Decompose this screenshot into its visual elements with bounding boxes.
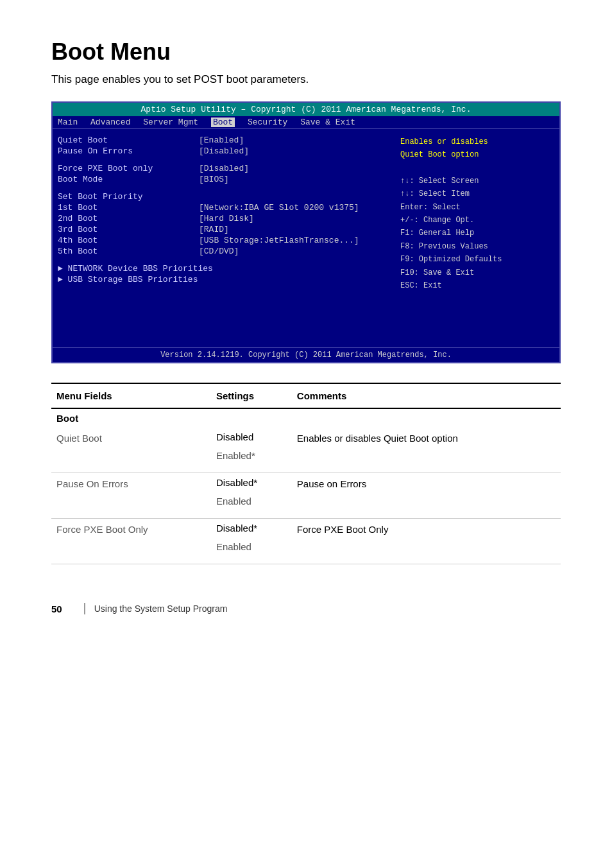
bios-label-quiet-boot: Quiet Boot bbox=[58, 135, 199, 145]
divider-after-force-pxe bbox=[51, 556, 561, 564]
footer-text: Using the System Setup Program bbox=[94, 603, 228, 614]
field-quiet-boot-label: Quiet Boot bbox=[51, 428, 211, 465]
setting-pause-errors-disabled: Disabled* bbox=[211, 473, 292, 492]
bios-key-select-screen: ↑↓: Select Screen bbox=[400, 175, 554, 187]
bios-label-set-boot: Set Boot Priority bbox=[58, 192, 199, 202]
bios-row-1st-boot: 1st Boot [Network:IBA GE Slot 0200 v1375… bbox=[58, 203, 400, 213]
col-header-menu-fields: Menu Fields bbox=[51, 383, 211, 408]
comment-pause-errors: Pause on Errors bbox=[292, 473, 561, 511]
bios-row-2nd-boot: 2nd Boot [Hard Disk] bbox=[58, 214, 400, 223]
bios-content-area: Quiet Boot [Enabled] Pause On Errors [Di… bbox=[53, 129, 559, 347]
bios-key-f10: F10: Save & Exit bbox=[400, 266, 554, 279]
bios-label-boot-mode: Boot Mode bbox=[58, 175, 199, 184]
bios-label-1st-boot: 1st Boot bbox=[58, 203, 199, 213]
bios-row-5th-boot: 5th Boot [CD/DVD] bbox=[58, 247, 400, 256]
bios-value-3rd-boot: [RAID] bbox=[199, 225, 229, 234]
bios-value-2nd-boot: [Hard Disk] bbox=[199, 214, 254, 223]
divider-after-pause-errors bbox=[51, 510, 561, 519]
table-row-pause-errors: Pause On Errors Disabled* Pause on Error… bbox=[51, 473, 561, 492]
comment-force-pxe: Force PXE Boot Only bbox=[292, 519, 561, 557]
bios-key-f8: F8: Previous Values bbox=[400, 240, 554, 253]
col-header-comments: Comments bbox=[292, 383, 561, 408]
bios-menu-boot[interactable]: Boot bbox=[211, 117, 235, 127]
bios-menu-advanced[interactable]: Advanced bbox=[90, 117, 130, 127]
bios-key-change: +/-: Change Opt. bbox=[400, 214, 554, 227]
bios-value-4th-boot: [USB Storage:JetFlashTransce...] bbox=[199, 236, 359, 245]
bios-label-3rd-boot: 3rd Boot bbox=[58, 225, 199, 234]
field-pause-errors-label: Pause On Errors bbox=[51, 473, 211, 511]
bios-footer: Version 2.14.1219. Copyright (C) 2011 Am… bbox=[53, 347, 559, 362]
setting-pause-errors-enabled: Enabled bbox=[211, 492, 292, 510]
bios-label-pause-errors: Pause On Errors bbox=[58, 146, 199, 156]
col-header-settings: Settings bbox=[211, 383, 292, 408]
bios-key-hints: ↑↓: Select Screen ↑↓: Select Item Enter:… bbox=[400, 175, 554, 293]
bios-row-boot-mode: Boot Mode [BIOS] bbox=[58, 175, 400, 184]
bios-menu-main[interactable]: Main bbox=[58, 117, 78, 127]
setting-quiet-boot-enabled: Enabled* bbox=[211, 446, 292, 465]
bios-row-pause-errors: Pause On Errors [Disabled] bbox=[58, 146, 400, 156]
bios-menu-save[interactable]: Save & Exit bbox=[300, 117, 355, 127]
comment-quiet-boot: Enables or disables Quiet Boot option bbox=[292, 428, 561, 465]
bios-row-set-boot-priority: Set Boot Priority bbox=[58, 192, 400, 202]
section-boot-label: Boot bbox=[51, 408, 211, 428]
bios-key-select-item: ↑↓: Select Item bbox=[400, 187, 554, 200]
bios-value-1st-boot: [Network:IBA GE Slot 0200 v1375] bbox=[199, 203, 359, 213]
bios-label-force-pxe: Force PXE Boot only bbox=[58, 164, 199, 173]
footer-divider bbox=[84, 603, 85, 614]
section-boot: Boot bbox=[51, 408, 561, 428]
bios-value-pause-errors: [Disabled] bbox=[199, 146, 249, 156]
page-footer: 50 Using the System Setup Program bbox=[51, 603, 561, 614]
bios-title-bar: Aptio Setup Utility – Copyright (C) 2011… bbox=[53, 103, 559, 116]
bios-key-f9: F9: Optimized Defaults bbox=[400, 253, 554, 266]
bios-value-5th-boot: [CD/DVD] bbox=[199, 247, 239, 256]
bios-screen: Aptio Setup Utility – Copyright (C) 2011… bbox=[51, 101, 561, 363]
bios-key-enter: Enter: Select bbox=[400, 201, 554, 214]
footer-page-number: 50 bbox=[51, 603, 62, 614]
bios-value-force-pxe: [Disabled] bbox=[199, 164, 249, 173]
bios-key-f1: F1: General Help bbox=[400, 227, 554, 239]
bios-row-force-pxe: Force PXE Boot only [Disabled] bbox=[58, 164, 400, 173]
setting-quiet-boot-disabled: Disabled bbox=[211, 428, 292, 446]
bios-row-3rd-boot: 3rd Boot [RAID] bbox=[58, 225, 400, 234]
bios-label-4th-boot: 4th Boot bbox=[58, 236, 199, 245]
bios-left-panel: Quiet Boot [Enabled] Pause On Errors [Di… bbox=[58, 135, 400, 341]
bios-label-2nd-boot: 2nd Boot bbox=[58, 214, 199, 223]
bios-row-quiet-boot: Quiet Boot [Enabled] bbox=[58, 135, 400, 145]
bios-value-quiet-boot: [Enabled] bbox=[199, 135, 244, 145]
bios-label-5th-boot: 5th Boot bbox=[58, 247, 199, 256]
divider-after-quiet-boot bbox=[51, 465, 561, 473]
table-header-row: Menu Fields Settings Comments bbox=[51, 383, 561, 408]
bios-submenu-usb[interactable]: USB Storage BBS Priorities bbox=[58, 275, 400, 284]
field-force-pxe-label: Force PXE Boot Only bbox=[51, 519, 211, 557]
bios-menu-security[interactable]: Security bbox=[248, 117, 287, 127]
bios-menu-bar: Main Advanced Server Mgmt Boot Security … bbox=[53, 116, 559, 129]
setting-force-pxe-disabled: Disabled* bbox=[211, 519, 292, 538]
page-title: Boot Menu bbox=[51, 39, 561, 65]
bios-key-esc: ESC: Exit bbox=[400, 279, 554, 292]
bios-row-4th-boot: 4th Boot [USB Storage:JetFlashTransce...… bbox=[58, 236, 400, 245]
bios-menu-server[interactable]: Server Mgmt bbox=[143, 117, 198, 127]
bios-right-panel: Enables or disablesQuiet Boot option ↑↓:… bbox=[400, 135, 554, 341]
page-subtitle: This page enables you to set POST boot p… bbox=[51, 73, 561, 86]
setting-force-pxe-enabled: Enabled bbox=[211, 537, 292, 556]
bios-help-description: Enables or disablesQuiet Boot option bbox=[400, 135, 554, 162]
menu-fields-table: Menu Fields Settings Comments Boot Quiet… bbox=[51, 383, 561, 564]
bios-submenu-network[interactable]: NETWORK Device BBS Priorities bbox=[58, 264, 400, 273]
table-row-quiet-boot: Quiet Boot Disabled Enables or disables … bbox=[51, 428, 561, 446]
bios-value-boot-mode: [BIOS] bbox=[199, 175, 229, 184]
table-row-force-pxe: Force PXE Boot Only Disabled* Force PXE … bbox=[51, 519, 561, 538]
